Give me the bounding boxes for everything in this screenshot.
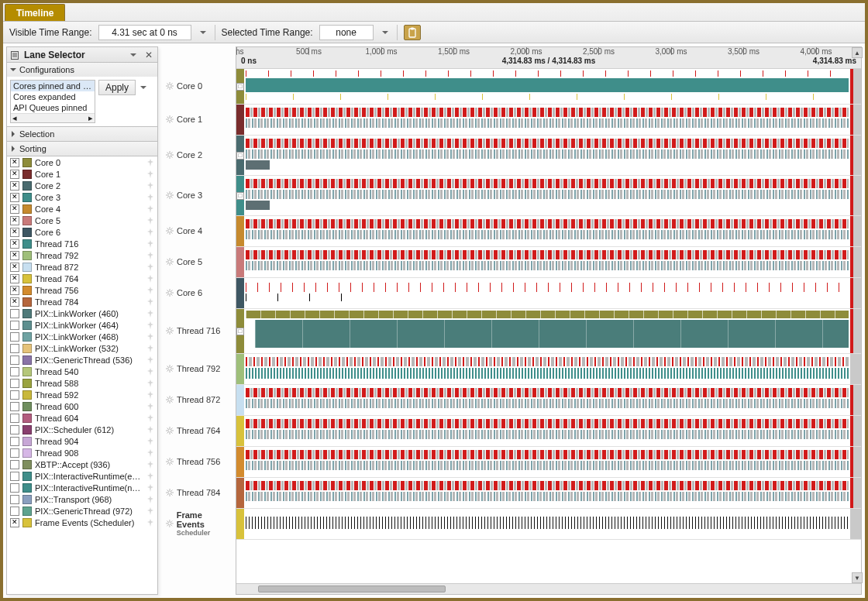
lanes-area[interactable]: □□□□ <box>236 69 861 583</box>
selected-range-dropdown[interactable] <box>380 27 391 38</box>
pin-icon[interactable] <box>146 461 154 469</box>
lane-list-row[interactable]: ✕Thread 784 <box>7 296 157 307</box>
timeline-lane[interactable] <box>236 416 861 447</box>
lane-selector-menu[interactable] <box>128 50 139 60</box>
lane-list-row[interactable]: ✕Core 1 <box>7 168 157 180</box>
pin-icon[interactable] <box>146 159 154 167</box>
lane-checkbox[interactable] <box>10 367 19 376</box>
lane-list-row[interactable]: Thread 600 <box>7 400 157 412</box>
row-label[interactable]: Frame EventsScheduler <box>163 508 231 539</box>
pin-icon[interactable] <box>146 403 154 410</box>
lane-list-row[interactable]: Thread 540 <box>7 366 157 377</box>
timeline-lane[interactable] <box>236 478 861 509</box>
pin-icon[interactable] <box>146 496 154 503</box>
lane-checkbox[interactable] <box>10 379 19 388</box>
timeline-lane[interactable] <box>236 247 861 278</box>
lane-list-row[interactable]: PIX::LinkWorker (464) <box>7 319 157 331</box>
lane-expand-toggle[interactable]: □ <box>236 192 244 200</box>
timeline-lane[interactable]: □ <box>236 136 861 176</box>
lane-checkbox[interactable] <box>10 460 19 469</box>
config-section-header[interactable]: Configurations <box>7 63 157 77</box>
pin-icon[interactable] <box>146 240 154 248</box>
lane-checkbox[interactable] <box>10 483 19 493</box>
lane-checkbox[interactable]: ✕ <box>10 193 19 202</box>
gear-icon[interactable] <box>166 82 174 90</box>
lane-checkbox[interactable] <box>10 448 19 458</box>
config-item[interactable]: Cores pinned and flattened <box>11 81 95 91</box>
lane-checkbox[interactable]: ✕ <box>10 518 19 527</box>
pin-icon[interactable] <box>146 170 154 178</box>
config-list-hscroll[interactable]: ◂▸ <box>11 113 95 122</box>
timeline-lane[interactable] <box>236 105 861 136</box>
time-ruler[interactable]: 0 ns 4,314.83 ms / 4,314.83 ms 4,314.83 … <box>236 47 861 69</box>
pin-icon[interactable] <box>146 298 154 306</box>
horizontal-scrollbar[interactable] <box>236 583 861 594</box>
lane-checkbox[interactable] <box>10 425 19 434</box>
row-label[interactable]: Thread 756 <box>163 446 231 477</box>
lane-list-row[interactable]: ✕Thread 716 <box>7 238 157 249</box>
row-label[interactable]: Core 4 <box>163 215 231 246</box>
lane-list-row[interactable]: Thread 592 <box>7 389 157 400</box>
row-label[interactable]: Core 3 <box>163 175 231 215</box>
gear-icon[interactable] <box>166 489 174 496</box>
pin-icon[interactable] <box>146 368 154 376</box>
pin-icon[interactable] <box>146 228 154 236</box>
lane-checkbox[interactable] <box>10 390 19 400</box>
lane-list-row[interactable]: ✕Thread 872 <box>7 261 157 273</box>
lane-checkbox[interactable]: ✕ <box>10 170 19 179</box>
lane-list-row[interactable]: ✕Core 4 <box>7 203 157 215</box>
selection-section-header[interactable]: Selection <box>7 127 157 141</box>
visible-range-input[interactable]: 4.31 sec at 0 ns <box>98 25 191 40</box>
lane-checkbox[interactable]: ✕ <box>10 228 19 237</box>
config-item[interactable]: API Queues pinned <box>11 102 95 113</box>
lane-list-row[interactable]: PIX::Transport (968) <box>7 493 157 505</box>
lane-list-row[interactable]: Thread 588 <box>7 377 157 389</box>
lane-checkbox[interactable]: ✕ <box>10 251 19 260</box>
pin-icon[interactable] <box>146 356 154 364</box>
lane-checkbox[interactable] <box>10 309 19 318</box>
pin-icon[interactable] <box>146 379 154 387</box>
row-label[interactable]: Core 2 <box>163 135 231 175</box>
timeline-lane[interactable]: □ <box>236 176 861 216</box>
scroll-down-arrow[interactable]: ▼ <box>852 572 863 583</box>
lane-checkbox[interactable] <box>10 507 19 516</box>
timeline-lane[interactable] <box>236 216 861 247</box>
pin-icon[interactable] <box>146 426 154 434</box>
lane-checkbox[interactable]: ✕ <box>10 274 19 283</box>
timeline-lane[interactable] <box>236 278 861 309</box>
pin-icon[interactable] <box>146 519 154 527</box>
gear-icon[interactable] <box>166 327 174 335</box>
lane-list-row[interactable]: ✕Thread 764 <box>7 273 157 284</box>
lane-checkbox[interactable] <box>10 332 19 342</box>
clipboard-button[interactable] <box>404 25 421 40</box>
row-label[interactable]: Thread 792 <box>163 353 231 384</box>
lane-list-row[interactable]: PIX::Scheduler (612) <box>7 424 157 435</box>
pin-icon[interactable] <box>146 438 154 445</box>
lane-checkbox[interactable] <box>10 355 19 365</box>
row-label[interactable]: Thread 784 <box>163 477 231 508</box>
config-list[interactable]: Cores pinned and flattenedCores expanded… <box>10 80 95 123</box>
lane-checkbox[interactable]: ✕ <box>10 204 19 214</box>
pin-icon[interactable] <box>146 507 154 515</box>
pin-icon[interactable] <box>146 275 154 283</box>
pin-icon[interactable] <box>146 484 154 492</box>
pin-icon[interactable] <box>146 414 154 422</box>
lane-list-row[interactable]: ✕Thread 756 <box>7 284 157 296</box>
lane-list-row[interactable]: Thread 908 <box>7 447 157 458</box>
row-label[interactable]: Thread 872 <box>163 384 231 415</box>
pin-icon[interactable] <box>146 263 154 271</box>
lane-expand-toggle[interactable]: □ <box>236 328 244 335</box>
pin-icon[interactable] <box>146 321 154 329</box>
lane-list-row[interactable]: ✕Core 6 <box>7 226 157 238</box>
lane-list-row[interactable]: ✕Core 3 <box>7 191 157 203</box>
tab-timeline[interactable]: Timeline <box>5 4 65 21</box>
lane-checkbox[interactable] <box>10 414 19 423</box>
pin-icon[interactable] <box>146 472 154 480</box>
lane-list-row[interactable]: Thread 604 <box>7 412 157 424</box>
timeline-lane[interactable]: □ <box>236 309 861 354</box>
lane-checkbox[interactable] <box>10 402 19 411</box>
gear-icon[interactable] <box>166 365 174 373</box>
lane-checkbox[interactable]: ✕ <box>10 181 19 191</box>
pin-icon[interactable] <box>146 194 154 201</box>
lane-list-row[interactable]: ✕Core 5 <box>7 215 157 226</box>
